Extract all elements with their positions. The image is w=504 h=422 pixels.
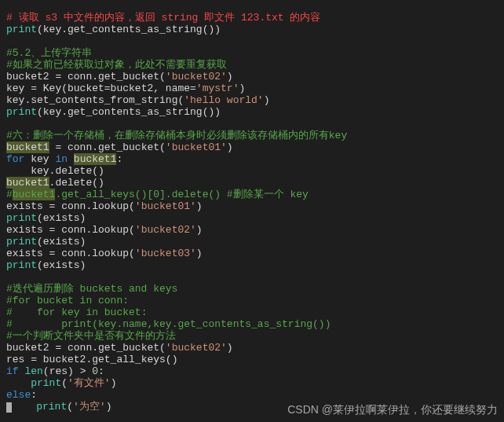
code-token: key = Key(bucket=bucket2, name=: [6, 83, 196, 94]
code-line: #一个判断文件夹中是否有文件的方法: [6, 330, 176, 342]
code-token: 'bucket01': [135, 200, 196, 212]
code-token: 'bucket01': [166, 141, 227, 153]
code-token: 'hello world': [184, 94, 263, 106]
code-token: if: [6, 365, 19, 377]
code-token: :: [98, 365, 104, 377]
code-token: ): [196, 224, 203, 236]
code-token: bucket2 = conn.get_bucket(: [6, 342, 166, 354]
code-line: key.delete(): [6, 165, 104, 177]
code-token: in: [55, 153, 68, 165]
code-token: print: [36, 401, 67, 413]
code-token: print: [6, 236, 37, 248]
code-token: .delete(): [49, 177, 104, 189]
code-token: ): [227, 71, 233, 83]
code-token: 'bucket02': [166, 342, 227, 354]
code-token: [68, 153, 74, 165]
code-line: # print(key.name,key.get_contents_as_str…: [6, 318, 331, 330]
code-token: = conn.get_bucket(: [49, 141, 166, 153]
code-token: ): [239, 83, 245, 94]
code-token: print: [6, 24, 37, 35]
code-token: [12, 401, 36, 413]
code-line: #5.2、上传字符串: [6, 47, 92, 59]
code-token: '有文件': [68, 377, 111, 389]
code-line: #for bucket in conn:: [6, 295, 129, 306]
code-token: key: [24, 153, 55, 165]
highlight: bucket1: [6, 177, 49, 189]
code-token: 'bucket02': [135, 224, 196, 236]
code-token: 'mystr': [196, 83, 239, 94]
code-line: # 读取 s3 中文件的内容，返回 string 即文件 123.txt 的内容: [6, 12, 320, 24]
code-token: 'bucket03': [135, 248, 196, 259]
code-token: :: [116, 153, 122, 165]
code-token: ): [227, 342, 233, 354]
code-token: (key.get_contents_as_string()): [37, 106, 221, 118]
code-token: print: [6, 259, 37, 271]
code-token: :: [31, 389, 37, 401]
code-token: for: [6, 153, 24, 165]
code-token: ): [196, 248, 203, 259]
code-token: ): [196, 200, 203, 212]
highlight: bucket1: [6, 141, 49, 153]
code-token: (res) >: [43, 365, 92, 377]
code-token: len: [24, 365, 42, 377]
code-token: (exists): [37, 212, 86, 224]
code-token: (: [67, 401, 73, 413]
code-token: [6, 377, 31, 389]
code-token: (key.get_contents_as_string()): [37, 24, 221, 35]
code-line: # for key in bucket:: [6, 306, 147, 318]
code-line: #如果之前已经获取过对象，此处不需要重复获取: [6, 59, 227, 71]
code-token: ): [227, 141, 233, 153]
code-token: else: [6, 389, 31, 401]
code-token: 0: [92, 365, 98, 377]
watermark: CSDN @莱伊拉啊莱伊拉，你还要继续努力: [287, 404, 498, 416]
code-token: ): [264, 94, 270, 106]
code-token: print: [6, 106, 37, 118]
code-token: exists = conn.lookup(: [6, 200, 135, 212]
code-token: #: [6, 189, 13, 200]
code-token: print: [31, 377, 61, 389]
code-line: #迭代遍历删除 buckets and keys: [6, 283, 177, 295]
code-token: (exists): [37, 236, 86, 248]
code-token: bucket2 = conn.get_bucket(: [6, 71, 166, 83]
code-line: res = bucket2.get_all_keys(): [6, 354, 177, 365]
code-editor[interactable]: # 读取 s3 中文件的内容，返回 string 即文件 123.txt 的内容…: [0, 0, 504, 413]
code-token: ): [111, 377, 117, 389]
code-token: key.set_contents_from_string(: [6, 94, 184, 106]
code-token: '为空': [73, 401, 106, 413]
highlight: bucket1: [13, 189, 56, 200]
code-line: #六：删除一个存储桶，在删除存储桶本身时必须删除该存储桶内的所有key: [6, 130, 347, 141]
text-cursor: [6, 402, 12, 413]
code-token: print: [6, 212, 37, 224]
code-token: .get_all_keys()[0].delete() #删除某一个 key: [55, 189, 308, 200]
code-token: exists = conn.lookup(: [6, 248, 135, 259]
code-token: (exists): [37, 259, 86, 271]
highlight: bucket1: [74, 153, 117, 165]
code-token: ): [106, 401, 112, 413]
code-token: (: [61, 377, 68, 389]
code-token: exists = conn.lookup(: [6, 224, 135, 236]
code-token: 'bucket02': [166, 71, 227, 83]
